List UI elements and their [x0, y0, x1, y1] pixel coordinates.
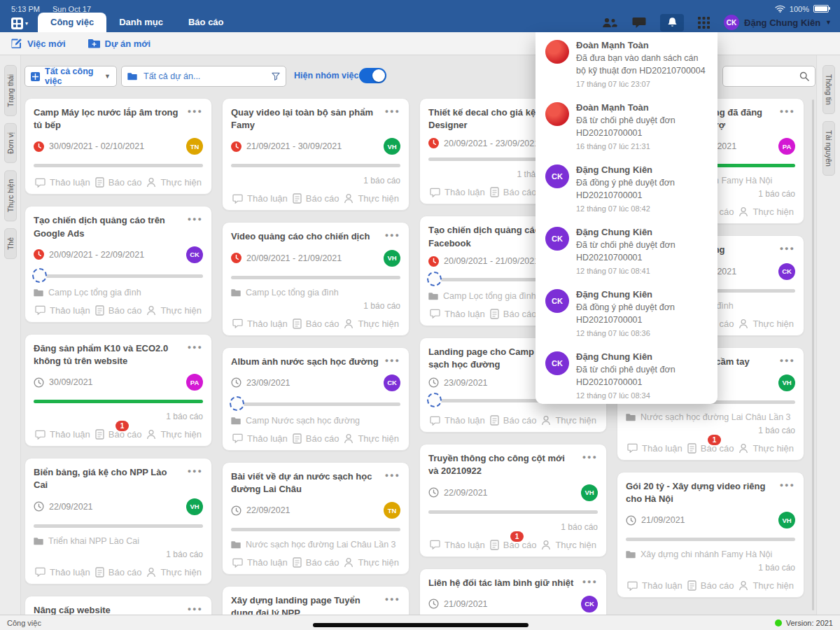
notification-item[interactable]: Đoàn Mạnh Toàn Đã từ chối phê duyệt đơn … [536, 94, 718, 157]
home-indicator[interactable] [313, 623, 528, 627]
card-menu-button[interactable]: ●●● [182, 214, 203, 224]
execute-button[interactable]: Thực hiện [738, 318, 794, 329]
card-menu-button[interactable]: ●●● [774, 356, 795, 365]
rail-tab-trạng-thái[interactable]: Trạng thái [4, 65, 17, 116]
new-task-button[interactable]: Việc mới [11, 38, 66, 49]
report-button[interactable]: Báo cáo [490, 187, 537, 197]
discuss-button[interactable]: Thảo luận [430, 540, 485, 550]
slider-handle[interactable] [230, 396, 244, 411]
rail-tab-đơn-vị[interactable]: Đơn vị [4, 123, 17, 163]
discuss-button[interactable]: Thảo luận [232, 433, 288, 444]
report-button[interactable]: Báo cáo [95, 567, 142, 578]
discuss-button[interactable]: Thảo luận [627, 580, 682, 591]
rail-tab-thông-tin[interactable]: Thông tin [822, 65, 835, 114]
notification-item[interactable]: CK Đặng Chung Kiên Đã từ chối phê duyệt … [536, 219, 718, 281]
task-card[interactable]: Bài viết về dự án nước sạch học đường La… [222, 462, 410, 575]
execute-button[interactable]: Thực hiện [738, 206, 794, 217]
execute-button[interactable]: Thực hiện [146, 567, 202, 578]
task-card[interactable]: Album ảnh nước sạch học đường ●●● 23/09/… [222, 347, 410, 451]
discuss-button[interactable]: Thảo luận [35, 567, 90, 578]
execute-button[interactable]: Thực hiện [344, 318, 399, 329]
project-filter-input[interactable] [142, 71, 267, 82]
card-menu-button[interactable]: ●●● [379, 356, 400, 365]
discuss-button[interactable]: Thảo luận [232, 318, 288, 329]
discuss-button[interactable]: Thảo luận [35, 429, 90, 440]
card-menu-button[interactable]: ●●● [774, 106, 795, 116]
report-button[interactable]: Báo cáo [293, 433, 340, 444]
discuss-button[interactable]: Thảo luận [232, 557, 288, 568]
discuss-button[interactable]: Thảo luận [35, 177, 90, 188]
notifications-button[interactable] [660, 14, 684, 31]
card-menu-button[interactable]: ●●● [182, 106, 203, 116]
progress-slider[interactable] [34, 269, 203, 283]
report-button[interactable]: Báo cáo 1 [95, 429, 142, 440]
tab-danh-muc[interactable]: Danh mục [106, 13, 176, 32]
notification-item[interactable]: CK Đặng Chung Kiên Đã đồng ý phê duyệt đ… [536, 157, 718, 219]
slider-handle[interactable] [427, 393, 442, 407]
tab-cong-viec[interactable]: Công việc [38, 13, 106, 32]
filter-funnel-icon[interactable] [272, 72, 280, 80]
card-menu-button[interactable]: ●●● [182, 342, 203, 352]
execute-button[interactable]: Thực hiện [738, 580, 794, 591]
notification-item[interactable]: CK Đặng Chung Kiên Đã từ chối phê duyệt … [536, 344, 718, 404]
app-menu-button[interactable]: ▾ [11, 17, 28, 30]
notification-item[interactable]: Đoàn Mạnh Toàn Đã đưa bạn vào danh sách … [536, 32, 718, 94]
rail-tab-thực-hiện[interactable]: Thực hiện [4, 170, 17, 221]
report-button[interactable]: Báo cáo 1 [490, 540, 537, 550]
task-card[interactable]: Quay video lại toàn bộ sản phẩm Famy ●●●… [222, 98, 410, 211]
task-card[interactable]: Xây dựng landing page Tuyển dụng đại lý … [222, 586, 410, 615]
card-menu-button[interactable]: ●●● [774, 480, 795, 490]
discuss-button[interactable]: Thảo luận [430, 309, 485, 319]
task-card[interactable]: Truyền thông cho công cột mới và 2021092… [419, 444, 607, 556]
card-menu-button[interactable]: ●●● [379, 230, 400, 240]
card-menu-button[interactable]: ●●● [577, 577, 598, 587]
discuss-button[interactable]: Thảo luận [35, 305, 90, 316]
user-menu[interactable]: CK Đặng Chung Kiên ▼ [724, 15, 832, 30]
execute-button[interactable]: Thực hiện [344, 433, 399, 444]
execute-button[interactable]: Thực hiện [344, 193, 399, 204]
execute-button[interactable]: Thực hiện [344, 557, 399, 568]
project-filter-field[interactable] [121, 66, 286, 87]
card-menu-button[interactable]: ●●● [774, 244, 795, 253]
search-input[interactable] [729, 71, 794, 83]
execute-button[interactable]: Thực hiện [541, 540, 596, 550]
discuss-button[interactable]: Thảo luận [430, 187, 485, 197]
report-button[interactable]: Báo cáo [95, 177, 142, 188]
card-menu-button[interactable]: ●●● [379, 470, 400, 480]
task-card[interactable]: Video quảng cáo cho chiến dịch ●●● 20/09… [222, 222, 410, 335]
task-filter-dropdown[interactable]: Tất cả công việc ▼ [24, 66, 117, 87]
report-button[interactable]: Báo cáo [490, 415, 537, 426]
slider-handle[interactable] [427, 272, 442, 286]
report-button[interactable]: Báo cáo [293, 193, 340, 204]
task-card[interactable]: Tạo chiến dịch quảng cáo trên Google Ads… [24, 206, 212, 322]
search-field[interactable] [722, 66, 816, 87]
discuss-button[interactable]: Thảo luận [232, 193, 288, 204]
task-card[interactable]: Đăng sản phẩm K10 và ECO2.0 không tủ trê… [24, 334, 212, 447]
report-button[interactable]: Báo cáo [490, 309, 537, 319]
discuss-button[interactable]: Thảo luận [430, 415, 485, 426]
card-menu-button[interactable]: ●●● [379, 594, 400, 604]
report-button[interactable]: Báo cáo [293, 557, 340, 568]
execute-button[interactable]: Thực hiện [146, 177, 202, 188]
report-button[interactable]: Báo cáo [687, 580, 734, 591]
rail-tab-tài-nguyên[interactable]: Tài nguyên [822, 121, 835, 176]
execute-button[interactable]: Thực hiện [738, 443, 794, 454]
vertical-scrollbar[interactable] [812, 99, 814, 610]
discuss-button[interactable]: Thảo luận [627, 443, 682, 454]
notification-item[interactable]: CK Đặng Chung Kiên Đã đồng ý phê duyệt đ… [536, 281, 718, 344]
chat-button[interactable] [632, 17, 646, 29]
task-card[interactable]: Camp Máy lọc nước lắp âm trong tủ bếp ●●… [24, 98, 212, 195]
card-menu-button[interactable]: ●●● [379, 106, 400, 116]
apps-grid-button[interactable] [698, 17, 710, 29]
task-card[interactable]: Liên hệ đối tác làm bình giữ nhiệt ●●● 2… [419, 568, 607, 615]
task-card[interactable]: Biển bảng, giá kệ cho NPP Lào Cai ●●● 22… [24, 458, 212, 584]
progress-slider[interactable] [231, 397, 400, 411]
rail-tab-thẻ[interactable]: Thẻ [4, 228, 17, 259]
card-menu-button[interactable]: ●●● [577, 452, 598, 462]
card-menu-button[interactable]: ●●● [182, 466, 203, 476]
report-button[interactable]: Báo cáo [95, 305, 142, 316]
slider-handle[interactable] [32, 268, 47, 283]
execute-button[interactable]: Thực hiện [146, 305, 202, 316]
task-card[interactable]: Nâng cấp website ●●● 21/09/2021 CK 1 báo… [24, 596, 212, 615]
tab-bao-cao[interactable]: Báo cáo [176, 13, 237, 32]
